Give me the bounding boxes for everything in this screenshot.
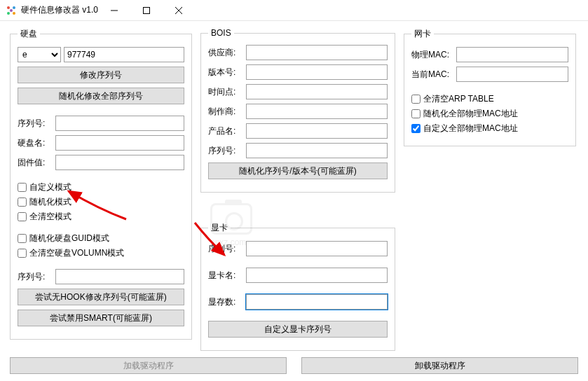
gpu-memcount-field[interactable] <box>246 294 388 310</box>
maker-label: 制作商: <box>208 106 243 118</box>
disable-smart-button[interactable]: 尝试禁用SMART(可能蓝屏) <box>18 310 184 326</box>
random-mode-checkbox[interactable]: 随机化模式 <box>18 196 184 208</box>
unload-driver-button[interactable]: 卸载驱动程序 <box>301 357 578 374</box>
gpu-memcount-label: 显存数: <box>208 296 243 308</box>
bios-serial-label: 序列号: <box>208 145 243 157</box>
disk-group: 硬盘 e 修改序列号 随机化修改全部序列号 序列号: 硬盘名: 固件值: 自定义… <box>10 28 192 340</box>
random-all-serial-button[interactable]: 随机化修改全部序列号 <box>18 88 184 104</box>
bios-group: BOIS 供应商: 版本号: 时间点: 制作商: 产品名: 序列号: 随机化序列… <box>200 28 395 193</box>
minimize-button[interactable] <box>98 0 130 21</box>
diskname-label: 硬盘名: <box>18 137 53 149</box>
serial2-label: 序列号: <box>18 271 53 283</box>
product-label: 产品名: <box>208 125 243 137</box>
svg-point-4 <box>10 9 13 12</box>
nohook-button[interactable]: 尝试无HOOK修改序列号(可能蓝屏) <box>18 289 184 305</box>
modify-serial-button[interactable]: 修改序列号 <box>18 67 184 83</box>
random-mac-checkbox[interactable]: 随机化全部物理MAC地址 <box>411 108 568 120</box>
disk-serial-input[interactable] <box>64 47 184 62</box>
svg-rect-6 <box>144 7 150 13</box>
titlebar: 硬件信息修改器 v1.0 <box>0 0 588 21</box>
gpu-serial-field[interactable] <box>246 241 388 256</box>
nic-legend: 网卡 <box>411 28 434 40</box>
disk-legend: 硬盘 <box>18 28 40 40</box>
diskname-field[interactable] <box>55 135 184 151</box>
clear-mode-checkbox[interactable]: 全清空模式 <box>18 211 184 223</box>
close-button[interactable] <box>163 0 195 21</box>
gpu-name-label: 显卡名: <box>208 270 243 282</box>
svg-point-1 <box>13 6 15 9</box>
svg-point-2 <box>7 12 10 15</box>
svg-point-3 <box>13 12 15 15</box>
random-guid-checkbox[interactable]: 随机化硬盘GUID模式 <box>18 233 184 244</box>
vendor-label: 供应商: <box>208 47 243 59</box>
version-label: 版本号: <box>208 67 243 78</box>
phys-mac-field[interactable] <box>456 47 568 62</box>
maximize-button[interactable] <box>130 0 163 21</box>
firmware-field[interactable] <box>55 155 184 170</box>
phys-mac-label: 物理MAC: <box>411 49 453 61</box>
bios-serial-field[interactable] <box>246 143 388 158</box>
gpu-custom-button[interactable]: 自定义显卡序列号 <box>208 321 388 338</box>
gpu-name-field[interactable] <box>246 268 388 283</box>
curr-mac-field[interactable] <box>456 67 568 82</box>
vendor-field[interactable] <box>246 45 388 60</box>
custom-mode-checkbox[interactable]: 自定义模式 <box>18 181 184 193</box>
nic-group: 网卡 物理MAC: 当前MAC: 全清空ARP TABLE 随机化全部物理MAC… <box>404 28 576 146</box>
maker-field[interactable] <box>246 104 388 119</box>
product-field[interactable] <box>246 123 388 139</box>
firmware-label: 固件值: <box>18 157 53 169</box>
custom-mac-checkbox[interactable]: 自定义全部物理MAC地址 <box>411 123 568 134</box>
version-field[interactable] <box>246 64 388 80</box>
serial-field[interactable] <box>55 116 184 131</box>
gpu-group: 显卡 序列号: 显卡名: 显存数: 自定义显卡序列号 <box>200 222 395 351</box>
serial-label: 序列号: <box>18 118 53 130</box>
window-title: 硬件信息修改器 v1.0 <box>21 4 98 16</box>
bios-legend: BOIS <box>208 28 234 38</box>
clear-arp-checkbox[interactable]: 全清空ARP TABLE <box>411 93 568 105</box>
disk-drive-select[interactable]: e <box>18 47 61 62</box>
gpu-legend: 显卡 <box>208 222 231 234</box>
app-icon <box>6 5 17 16</box>
time-label: 时间点: <box>208 86 243 98</box>
clear-volumn-checkbox[interactable]: 全清空硬盘VOLUMN模式 <box>18 247 184 259</box>
gpu-serial-label: 序列号: <box>208 243 243 255</box>
svg-point-0 <box>7 6 10 9</box>
curr-mac-label: 当前MAC: <box>411 69 453 81</box>
serial2-field[interactable] <box>55 269 184 284</box>
load-driver-button[interactable]: 加载驱动程序 <box>10 357 287 374</box>
bios-random-button[interactable]: 随机化序列号/版本号(可能蓝屏) <box>208 162 388 179</box>
time-field[interactable] <box>246 84 388 99</box>
